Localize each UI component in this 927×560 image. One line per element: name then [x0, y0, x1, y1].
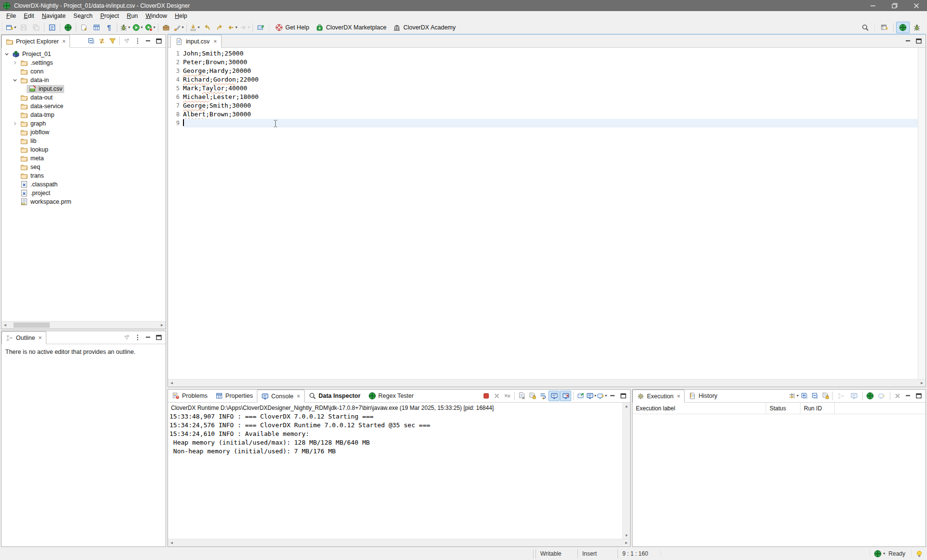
- menu-window[interactable]: Window: [142, 12, 171, 20]
- menu-file[interactable]: File: [2, 12, 20, 20]
- editor-line-5[interactable]: 5Mark;Taylor;40000: [168, 84, 918, 93]
- text-editor[interactable]: 1John;Smith;250002Peter;Brown;300003Geor…: [168, 48, 918, 379]
- tree-item-lookup[interactable]: lookup: [1, 145, 166, 154]
- scroll-up-icon[interactable]: ▲: [623, 403, 630, 410]
- editor-line-4[interactable]: 4Richard;Gordon;22000: [168, 75, 918, 84]
- next-annotation-button[interactable]: [201, 22, 213, 33]
- show-on-stdout-button[interactable]: [548, 391, 560, 401]
- minimize-view-button[interactable]: [607, 391, 618, 401]
- maximize-view-button[interactable]: [913, 391, 924, 401]
- close-icon[interactable]: ×: [62, 39, 66, 44]
- display-selected-console-button[interactable]: ▾: [586, 391, 596, 401]
- close-icon[interactable]: ×: [213, 39, 217, 44]
- console-horizontal-scrollbar[interactable]: ◄ ►: [168, 539, 630, 546]
- editor-line-8[interactable]: 8Albert;Brown;30000: [168, 110, 918, 119]
- filter-button[interactable]: [107, 36, 117, 46]
- column-run-id[interactable]: Run ID: [801, 403, 835, 414]
- focus-button[interactable]: [122, 36, 132, 46]
- import-button[interactable]: ▾: [188, 22, 201, 33]
- previous-annotation-button[interactable]: [213, 22, 226, 33]
- tab-input-csv[interactable]: input.csv ×: [170, 35, 222, 48]
- show-whitespace-button[interactable]: ¶: [103, 22, 115, 33]
- maximize-view-button[interactable]: [154, 333, 164, 342]
- close-icon[interactable]: ×: [677, 393, 680, 399]
- close-icon[interactable]: ×: [297, 393, 300, 399]
- link-with-editor-button[interactable]: [97, 36, 107, 46]
- scroll-right-icon[interactable]: ►: [158, 322, 166, 329]
- tab-console[interactable]: Console ×: [257, 390, 305, 403]
- show-on-stderr-button[interactable]: [560, 391, 571, 401]
- scroll-down-icon[interactable]: ▼: [623, 532, 630, 539]
- tree-item-data-service[interactable]: data-service: [1, 102, 166, 111]
- search-button[interactable]: [859, 22, 871, 33]
- show-console-button[interactable]: [848, 391, 860, 401]
- window-restore-button[interactable]: [884, 0, 905, 11]
- marketplace-link[interactable]: CloverDX Marketplace: [312, 24, 390, 31]
- tab-execution[interactable]: Execution ×: [632, 390, 685, 403]
- scroll-left-icon[interactable]: ◄: [1, 322, 9, 329]
- scrollbar-thumb[interactable]: [14, 322, 50, 328]
- new-wizard-button[interactable]: ▾: [5, 22, 17, 33]
- view-menu-button[interactable]: [132, 36, 142, 46]
- tab-problems[interactable]: Problems: [168, 390, 211, 402]
- filter-executions-button[interactable]: ▾: [788, 391, 799, 401]
- last-edit-location-button[interactable]: ▾: [226, 22, 239, 33]
- tree-item-data-out[interactable]: data-out: [1, 93, 166, 102]
- explorer-horizontal-scrollbar[interactable]: ◄ ►: [1, 321, 166, 329]
- tab-history[interactable]: History: [685, 390, 721, 402]
- tree-item-project-01[interactable]: Project_01: [1, 50, 166, 58]
- editor-line-1[interactable]: 1John;Smith;25000: [168, 49, 918, 58]
- window-minimize-button[interactable]: [862, 0, 884, 11]
- tab-properties[interactable]: Properties: [211, 390, 257, 402]
- tab-project-explorer[interactable]: Project Explorer ×: [1, 35, 70, 48]
- tree-item-settings[interactable]: .settings: [1, 58, 166, 67]
- menu-edit[interactable]: Edit: [20, 12, 38, 20]
- close-icon[interactable]: ×: [39, 335, 42, 341]
- editor-horizontal-scrollbar[interactable]: ◄ ►: [168, 379, 926, 387]
- format-brush-button[interactable]: ▾: [172, 22, 185, 33]
- scroll-lock-button[interactable]: [820, 391, 830, 401]
- tree-item-project[interactable]: .project: [1, 189, 166, 197]
- overview-ruler[interactable]: [918, 48, 926, 379]
- terminate-button[interactable]: [481, 391, 491, 401]
- tips-lightbulb-button[interactable]: [915, 550, 923, 558]
- tree-item-classpath[interactable]: .classpath: [1, 180, 166, 189]
- tree-item-conn[interactable]: conn: [1, 67, 166, 76]
- remove-execution-button[interactable]: [892, 391, 902, 401]
- tree-item-trans[interactable]: trans: [1, 171, 166, 180]
- menu-search[interactable]: Search: [70, 12, 97, 20]
- editor-line-7[interactable]: 7George;Smith;30000: [168, 101, 918, 110]
- focus-button[interactable]: [122, 333, 132, 342]
- pin-editor-button[interactable]: [254, 22, 267, 33]
- save-button[interactable]: [17, 22, 30, 33]
- column-status[interactable]: Status: [766, 403, 801, 414]
- tree-item-input-csv[interactable]: input.csv: [1, 84, 166, 93]
- scroll-left-icon[interactable]: ◄: [168, 539, 175, 546]
- word-wrap-button[interactable]: [538, 391, 548, 401]
- scroll-right-icon[interactable]: ►: [918, 379, 926, 387]
- tree-item-workspace-prm[interactable]: workspace.prm: [1, 197, 166, 206]
- tab-outline[interactable]: Outline ×: [1, 331, 46, 344]
- tree-item-seq[interactable]: seq: [1, 163, 166, 171]
- maximize-view-button[interactable]: [618, 391, 628, 401]
- open-console-button[interactable]: ▾: [597, 391, 607, 401]
- tree-item-graph[interactable]: graph: [1, 119, 166, 128]
- minimize-view-button[interactable]: [903, 391, 913, 401]
- save-all-button[interactable]: [30, 22, 42, 33]
- tree-item-data-tmp[interactable]: data-tmp: [1, 111, 166, 119]
- tab-data-inspector[interactable]: Data Inspector: [305, 390, 365, 402]
- pin-console-button[interactable]: [576, 391, 586, 401]
- minimize-view-button[interactable]: [143, 333, 153, 342]
- collapse-all-button[interactable]: [86, 36, 96, 46]
- scroll-left-icon[interactable]: ◄: [168, 379, 175, 387]
- academy-link[interactable]: CloverDX Academy: [390, 24, 459, 31]
- expand-all-button[interactable]: [799, 391, 809, 401]
- chevron-down-icon[interactable]: [3, 51, 10, 57]
- clear-console-button[interactable]: [517, 391, 527, 401]
- menu-navigate[interactable]: Navigate: [38, 12, 70, 20]
- run-profiler-button[interactable]: ▾: [144, 22, 156, 33]
- show-tracking-button[interactable]: [835, 391, 847, 401]
- cloverdx-perspective-button[interactable]: [896, 22, 910, 33]
- chevron-down-icon[interactable]: [12, 77, 18, 83]
- export-metadata-button[interactable]: [78, 22, 90, 33]
